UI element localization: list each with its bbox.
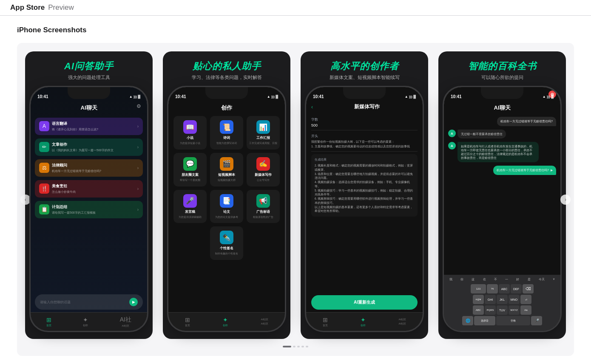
results-label: 生成结果 [315, 158, 414, 162]
word-count-label: 字数 [311, 117, 418, 122]
scroll-indicator [24, 346, 567, 347]
key-punc[interactable]: ?!I [487, 284, 498, 293]
nav-create-2[interactable]: ✦ 创作 [223, 316, 228, 327]
scroll-right-arrow[interactable]: › [560, 195, 571, 205]
creation-report[interactable]: 📊 工作汇报 工作完成写成用报、日报 [247, 116, 280, 150]
opening-label: 开头 [311, 134, 418, 138]
creation-slogan[interactable]: 📢 广告标语 检验原创性的广告 [247, 190, 280, 223]
phone-notch-2 [205, 87, 248, 99]
key-enter[interactable]: ⏎ [520, 295, 531, 304]
app-store-label: App Store [10, 3, 45, 12]
key-sym[interactable]: #@¥ [473, 295, 484, 304]
key-aa[interactable]: Aä [520, 305, 531, 315]
phone-card-3: 高水平的创作者 新媒体文案、短视频脚本智能续写 10:41 ▲ ))) ▓ ‹ … [301, 51, 428, 339]
key-wxyz[interactable]: WXYZ [509, 305, 520, 315]
nav-home-3[interactable]: ⊞ 首页 [323, 316, 328, 327]
creation-poem[interactable]: 📜 诗词 智能为您撰写诗词 [210, 116, 243, 150]
regenerate-btn[interactable]: AI重新生成 [311, 295, 418, 310]
time-3: 10:41 [313, 94, 324, 99]
key-emoji[interactable]: 🌐 [462, 316, 473, 325]
key-space[interactable]: 空格 [496, 316, 530, 325]
chat-item-law[interactable]: ⚖ 法律顾问 机动车一方无过错就等于无赔偿任吗? › [35, 159, 143, 177]
key-del[interactable]: ⌫ [523, 284, 534, 293]
nav-home-1[interactable]: ⊞ 首页 [46, 316, 51, 327]
time-4: 10:41 [451, 94, 462, 99]
key-mno[interactable]: MNO [509, 295, 520, 304]
msg-user-2: 机动车一方无过错就等于无赔偿责任吗? ▶ [448, 166, 556, 175]
key-123[interactable]: 123 [471, 284, 486, 293]
chat-messages: 机动车一方无过错就等于无赔偿责任吗? A 无过错一般不需要承担赔偿责任 A 如果… [444, 113, 560, 198]
key-pqrs[interactable]: PQRS [485, 305, 496, 315]
chat-item-translate[interactable]: A 语言翻译 将《请开心见到你》用英语怎么说? › [35, 118, 143, 135]
nav-community-2[interactable]: AI社区 AI社区 [261, 318, 269, 326]
keyboard-area: 我你这在不一好是今天∨ 123 ?!I ABC DEF ⌫ #@¥ [444, 275, 560, 331]
gear-icon[interactable]: ⚙ [136, 103, 141, 109]
creation-moments[interactable]: 💬 朋友圈文案 帮你写一个朋友圈 [173, 153, 207, 186]
phone-screen-3: 10:41 ▲ ))) ▓ ‹ 新媒体写作 字数 500 开头 我想繁 [306, 87, 423, 331]
msg-user-1: 机动车一方无过错就等于无赔偿责任吗? [448, 117, 556, 126]
results-text: 2. 视频长度和格式：确定您的视频需要的播放时间和拍摄格式，例如：竖屏或横屏。3… [315, 164, 414, 213]
nav-community-3[interactable]: AI社区 AI社区 [399, 318, 406, 326]
creation-signature[interactable]: ✒️ 个性签名 制作有趣的个性签名 [210, 226, 243, 260]
nav-community-1[interactable]: AI社 AI社区 [120, 316, 131, 328]
phone3-overlay-text: 高水平的创作者 新媒体文案、短视频脚本智能续写 [330, 60, 400, 81]
key-pinyin[interactable]: 选拼音 [474, 316, 495, 325]
phone2-overlay-text: 贴心的私人助手 学习、法律等各类问题，实时解答 [192, 60, 262, 81]
header: App Store Preview [0, 0, 591, 16]
send-btn-1[interactable]: ▶ [129, 298, 138, 306]
key-def[interactable]: DEF [511, 284, 522, 293]
bottom-nav-3: ⊞ 首页 ✦ 创作 AI社区 AI社区 [306, 312, 423, 331]
msg-ai-2: A 如果是机动车与行人或者非机动车发生交通事故的，机动车一方即使无责任也要承担一… [448, 142, 556, 162]
scroll-dot-5 [306, 346, 308, 347]
word-count-value: 500 [311, 123, 418, 127]
chat-item-article[interactable]: ✏ 文章创作 以《我的妈长文章》为题写一篇一500字的作文 › [35, 138, 143, 156]
msg-ai-1: A 无过错一般不需要承担赔偿责任 [448, 130, 556, 138]
phone-frame-3: 10:41 ▲ ))) ▓ ‹ 新媒体写作 字数 500 开头 我想繁 [305, 86, 424, 332]
phone-screen-2: 10:41 ▲ ))) ▓ 创作 📖 小说 为您提供短篇小说 📜 [168, 87, 285, 331]
phone1-overlay-text: AI问答助手 强大的问题处理工具 [64, 60, 114, 81]
chat-item-plan[interactable]: 📋 计划总结 请给我写一篇500字的工汇报模板 › [35, 201, 143, 218]
phone-notch-4 [481, 87, 523, 99]
scroll-dot-2 [293, 346, 296, 347]
key-abc[interactable]: ABC [499, 284, 510, 293]
phone-frame-4: 10:41 ▲ ))) ▓ AI聊天 你 机动车一方无过错就等于无赔偿责任吗? [443, 86, 562, 332]
scroll-dot-3 [297, 346, 300, 347]
key-ghi[interactable]: GHI [485, 295, 496, 304]
creation-novel[interactable]: 📖 小说 为您提供短篇小说 [173, 116, 207, 150]
chat-item-2-title: 文章创作 [52, 142, 137, 147]
creation-speech[interactable]: 🎤 发言稿 为您提供演讲稿辅助 [173, 190, 207, 223]
main-content: iPhone Screenshots ‹ AI问答助手 强大的问题处理工具 10… [0, 16, 591, 364]
phone3-overlay-subtitle: 新媒体文案、短视频脚本智能续写 [330, 74, 400, 81]
time-1: 10:41 [37, 94, 48, 99]
key-tuv[interactable]: TUV [497, 305, 508, 315]
phone1-overlay-subtitle: 强大的问题处理工具 [64, 74, 114, 81]
phone-card-1: AI问答助手 强大的问题处理工具 10:41 ▲ ))) ▓ AI聊天 ⚙ [25, 51, 153, 339]
phone3-back[interactable]: ‹ [311, 104, 313, 110]
chat-item-2-desc: 以《我的妈长文章》为题写一篇一500字的作文 [52, 148, 137, 152]
phone-notch-1 [68, 87, 110, 99]
key-abc2[interactable]: ABC [473, 305, 484, 315]
creation-video[interactable]: 🎬 短视频脚本 短视频拍摄大师 [210, 153, 243, 186]
phone-frame-1: 10:41 ▲ ))) ▓ AI聊天 ⚙ A 语言翻译 [29, 86, 148, 332]
phone3-overlay-title: 高水平的创作者 [330, 60, 400, 73]
chat-item-5-title: 计划总结 [52, 204, 137, 210]
phone-card-2: 贴心的私人助手 学习、法律等各类问题，实时解答 10:41 ▲ ))) ▓ 创作 [163, 51, 290, 339]
chat-input-1[interactable]: 请输入你想聊的话题 ▶ [35, 294, 143, 310]
nav-create-3[interactable]: ✦ 创作 [361, 316, 366, 327]
key-mic[interactable]: 🎤 [531, 316, 542, 325]
phone1-overlay-title: AI问答助手 [64, 60, 114, 73]
phone2-overlay-title: 贴心的私人助手 [192, 60, 262, 73]
creation-thesis[interactable]: 📑 论文 为您的论文提供参考 [210, 190, 243, 223]
creation-newmedia[interactable]: ✍️ 新媒体写作 公众号写作 [247, 153, 280, 186]
key-jkl[interactable]: JKL [497, 295, 508, 304]
chat-item-3-desc: 机动车一方无过错就等于无赔偿任吗? [52, 169, 137, 173]
screenshots-container: AI问答助手 强大的问题处理工具 10:41 ▲ ))) ▓ AI聊天 ⚙ [24, 51, 567, 339]
time-2: 10:41 [175, 94, 186, 99]
nav-create-1[interactable]: ✦ 创作 [83, 316, 88, 327]
keyboard-row-4: 🌐 选拼音 空格 🎤 [446, 316, 559, 325]
screenshots-scroll-area[interactable]: ‹ AI问答助手 强大的问题处理工具 10:41 ▲ ))) ▓ AI聊天 [17, 43, 574, 356]
chat-item-food[interactable]: 🍴 美食烹饪 怎么做小炒黄牛肉 › [35, 180, 143, 198]
nav-home-2[interactable]: ⊞ 首页 [185, 316, 190, 327]
phone4-overlay-text: 智能的百科全书 可以随心所欲的提问 [468, 60, 537, 81]
creation-grid: 📖 小说 为您提供短篇小说 📜 诗词 智能为您撰写诗词 📊 [168, 116, 285, 260]
